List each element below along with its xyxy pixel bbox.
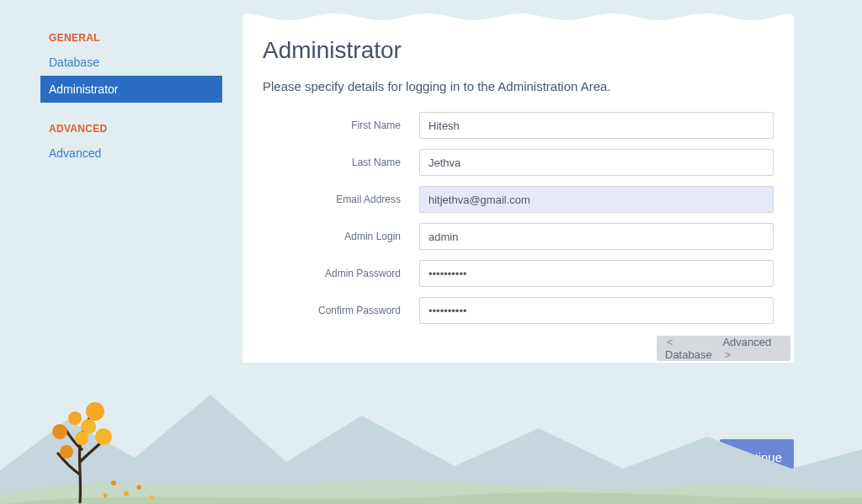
chevron-left-icon: <: [665, 336, 675, 348]
continue-button[interactable]: Continue: [720, 439, 794, 475]
label-first-name: First Name: [263, 119, 419, 131]
scenery-illustration: [0, 369, 862, 504]
row-first-name: First Name: [263, 112, 774, 139]
nav-next-label: Advanced: [722, 336, 771, 348]
label-email: Email Address: [263, 194, 419, 205]
input-last-name[interactable]: [419, 149, 774, 176]
chevron-right-icon: >: [722, 348, 732, 361]
label-last-name: Last Name: [263, 157, 419, 168]
page-subtitle: Please specify details for logging in to…: [263, 79, 774, 93]
sidebar-header-general: GENERAL: [40, 24, 222, 49]
label-admin-login: Admin Login: [263, 231, 419, 242]
row-admin-password: Admin Password: [263, 260, 774, 287]
row-last-name: Last Name: [263, 149, 774, 176]
nav-prev-label: Database: [665, 348, 712, 361]
svg-point-4: [81, 419, 96, 434]
nav-next-link[interactable]: Advanced >: [722, 336, 782, 361]
step-nav: < Database Advanced >: [657, 336, 790, 361]
row-admin-login: Admin Login: [263, 223, 774, 250]
sidebar: GENERAL Database Administrator ADVANCED …: [40, 24, 222, 167]
input-first-name[interactable]: [419, 112, 774, 139]
row-email: Email Address: [263, 186, 774, 213]
input-email[interactable]: [419, 186, 774, 213]
svg-point-0: [86, 402, 104, 421]
svg-point-9: [136, 485, 141, 489]
page-title: Administrator: [263, 37, 774, 64]
label-admin-password: Admin Password: [263, 268, 419, 279]
sidebar-header-advanced: ADVANCED: [40, 114, 222, 140]
svg-point-3: [60, 445, 73, 459]
svg-point-1: [52, 424, 67, 439]
input-admin-login[interactable]: [419, 223, 774, 250]
svg-point-8: [124, 491, 129, 496]
sidebar-item-advanced[interactable]: Advanced: [40, 140, 222, 167]
row-confirm-password: Confirm Password: [263, 297, 774, 324]
input-confirm-password[interactable]: [419, 297, 774, 324]
svg-point-11: [104, 494, 108, 498]
svg-point-7: [111, 480, 116, 485]
svg-point-2: [95, 428, 112, 445]
page: GENERAL Database Administrator ADVANCED …: [0, 0, 862, 504]
svg-point-5: [68, 411, 82, 425]
sidebar-item-database[interactable]: Database: [40, 49, 222, 76]
sidebar-item-administrator[interactable]: Administrator: [40, 76, 222, 103]
nav-prev-link[interactable]: < Database: [665, 336, 722, 361]
label-confirm-password: Confirm Password: [263, 305, 419, 316]
input-admin-password[interactable]: [419, 260, 774, 287]
svg-point-6: [75, 432, 88, 445]
main-card: Administrator Please specify details for…: [242, 13, 794, 363]
svg-point-10: [149, 495, 153, 499]
